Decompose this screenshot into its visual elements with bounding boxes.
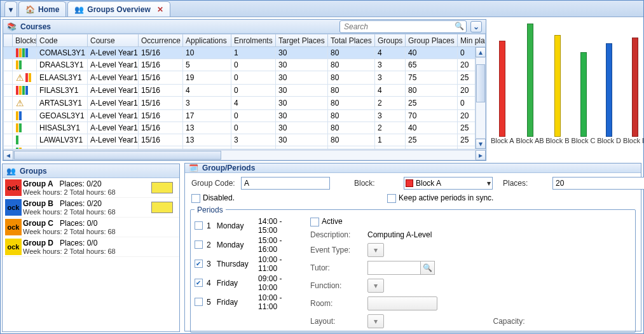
column-header[interactable]: Groups (375, 34, 406, 47)
column-header[interactable]: Min pla (458, 34, 486, 47)
chevron-down-icon[interactable]: ▾ (487, 179, 491, 188)
group-name: Group C (23, 219, 53, 228)
period-row[interactable]: 1Monday14:00 - 15:00 (195, 217, 303, 235)
period-checkbox[interactable]: ✔ (195, 260, 203, 268)
cell-grp: 4 (375, 47, 406, 59)
column-header[interactable]: Course (88, 34, 139, 47)
cell-grp: 3 (375, 59, 406, 71)
block-indicator (16, 111, 18, 120)
period-checkbox[interactable] (195, 221, 203, 230)
scroll-left-icon[interactable]: ◂ (3, 150, 13, 160)
table-row[interactable]: GEOASL3Y1A-Level Year115/16170308037020 (4, 110, 486, 122)
room-input[interactable] (367, 296, 437, 310)
bar-block-c (580, 52, 587, 137)
places-input[interactable] (552, 177, 644, 190)
scroll-thumb[interactable] (476, 64, 485, 102)
cell-occ: 15/16 (139, 71, 183, 85)
group-code-input[interactable] (241, 177, 330, 190)
table-row[interactable]: DRAASL3Y1A-Level Year115/1650308036520 (4, 59, 486, 71)
block-indicator (29, 73, 31, 82)
search-icon[interactable]: 🔍 (421, 261, 435, 275)
table-row[interactable]: ⚠ELAASL3Y1A-Level Year115/16190308037525 (4, 71, 486, 85)
home-icon: 🏠 (25, 5, 34, 14)
period-checkbox[interactable]: ✔ (195, 279, 203, 287)
scroll-right-icon[interactable]: ▸ (476, 150, 486, 160)
group-periods-panel: 🗓️ Group/Periods Group Code: Block: Bloc… (184, 163, 641, 331)
column-header[interactable]: Group Places (406, 34, 458, 47)
table-row[interactable]: HISASL3Y1A-Level Year115/16130308024025 (4, 122, 486, 134)
blocks-cell: ⚠ (13, 71, 37, 85)
function-select[interactable]: ▾ (367, 279, 384, 293)
cell-code: ELAASL3Y1 (37, 71, 88, 85)
block-indicator (16, 60, 18, 69)
layout-select[interactable]: ▾ (367, 314, 384, 328)
vertical-scrollbar[interactable]: ▴ ▾ (475, 47, 486, 149)
tutor-lookup[interactable]: 🔍 (367, 261, 468, 275)
close-icon[interactable]: ✕ (157, 5, 163, 14)
column-header[interactable]: Occurrence (139, 34, 183, 47)
period-row[interactable]: 2Monday15:00 - 16:00 (195, 236, 303, 254)
cell-enr: 0 (231, 59, 276, 71)
tutor-input[interactable] (367, 261, 421, 275)
cell-tp: 30 (276, 97, 328, 110)
scroll-up-icon[interactable]: ▴ (476, 47, 486, 57)
sync-checkbox[interactable] (387, 194, 396, 203)
group-item[interactable]: ockGroup DPlaces: 0/0Week hours: 2 Total… (3, 237, 179, 257)
cell-grp: 4 (375, 85, 406, 97)
column-header[interactable]: Code (37, 34, 88, 47)
column-header[interactable]: Enrolments (231, 34, 276, 47)
cell-apps: 13 (183, 122, 231, 134)
column-header[interactable]: Target Places (276, 34, 328, 47)
sync-label: Keep active periods in sync. (399, 193, 493, 202)
cell-tot: 80 (328, 122, 375, 134)
blocks-cell (13, 110, 37, 122)
group-item[interactable]: ockGroup APlaces: 0/20Week hours: 2 Tota… (3, 178, 179, 198)
scroll-thumb[interactable] (14, 151, 221, 160)
period-row[interactable]: ✔4Friday09:00 - 10:00 (195, 274, 303, 292)
cell-tot: 80 (328, 134, 375, 146)
block-indicator (19, 48, 22, 57)
group-item[interactable]: ockGroup CPlaces: 0/0Week hours: 2 Total… (3, 218, 179, 237)
period-number: 1 (207, 221, 213, 230)
block-indicator (19, 111, 22, 120)
period-checkbox[interactable] (195, 298, 203, 306)
period-row[interactable]: 5Friday10:00 - 11:00 (195, 293, 303, 311)
table-row[interactable]: LAWALV3Y1A-Level Year115/16133308012525 (4, 134, 486, 146)
table-row[interactable]: ⚠ARTASL3Y1A-Level Year115/163430802250 (4, 97, 486, 110)
column-header[interactable]: Blocks (13, 34, 37, 47)
search-input[interactable] (339, 20, 467, 33)
disabled-checkbox[interactable] (191, 194, 200, 203)
cell-tp: 30 (276, 110, 328, 122)
block-indicator (25, 86, 28, 95)
warning-icon: ⚠ (16, 73, 24, 83)
search-icon[interactable]: 🔍 (455, 22, 464, 31)
bar-label: Block D (597, 137, 621, 147)
cell-grp: 3 (375, 71, 406, 85)
expand-button[interactable]: ⌄ (470, 21, 482, 32)
chart-bar: Block B (545, 35, 570, 147)
tab-label: Groups Overview (87, 5, 150, 14)
cell-grp: 2 (375, 122, 406, 134)
block-select[interactable]: Block A ▾ (404, 177, 493, 190)
period-row[interactable]: ✔3Thursday10:00 - 11:00 (195, 255, 303, 273)
cell-tp: 30 (276, 85, 328, 97)
tab-menu-button[interactable]: ▾ (4, 1, 17, 17)
group-hours: Week hours: 2 Total hours: 68 (23, 208, 151, 216)
table-row[interactable]: COMASL3Y1A-Level Year115/1610130804400 (4, 47, 486, 59)
tab-groups-overview[interactable]: 👥 Groups Overview ✕ (67, 1, 170, 17)
cell-tp: 30 (276, 47, 328, 59)
period-checkbox[interactable] (195, 240, 203, 249)
active-checkbox[interactable] (310, 218, 319, 226)
cell-tp: 30 (276, 134, 328, 146)
scroll-down-icon[interactable]: ▾ (476, 139, 486, 149)
tab-home[interactable]: 🏠 Home (18, 1, 66, 17)
panel-title: Groups (20, 167, 47, 176)
event-type-select[interactable]: ▾ (367, 243, 384, 257)
bar-block-ab (527, 24, 533, 137)
column-header[interactable]: Applications (183, 34, 231, 47)
horizontal-scrollbar[interactable]: ◂ ▸ (3, 149, 486, 160)
column-header[interactable]: Total Places (328, 34, 375, 47)
group-item[interactable]: ockGroup BPlaces: 0/20Week hours: 2 Tota… (3, 198, 179, 218)
table-row[interactable]: FILASL3Y1A-Level Year115/1640308048020 (4, 85, 486, 97)
blocks-cell (13, 47, 37, 59)
